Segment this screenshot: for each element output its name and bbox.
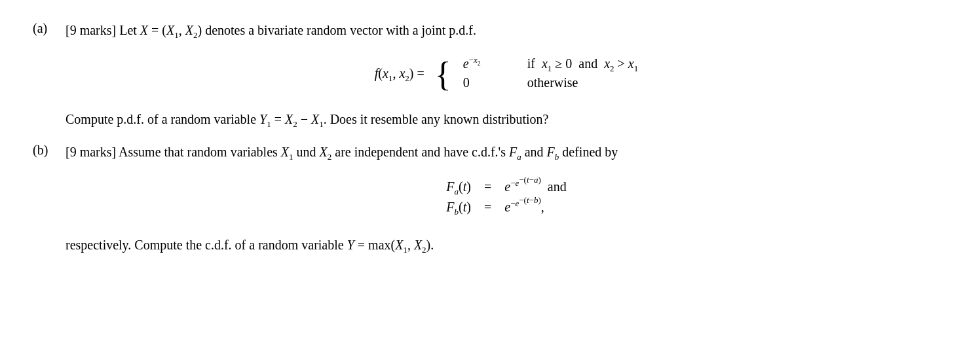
part-b-label: (b) <box>33 141 66 158</box>
part-b-body: [9 marks] Assume that random variables X… <box>66 141 947 255</box>
part-b-intro: [9 marks] Assume that random variables X… <box>66 141 947 162</box>
part-a-intro: [9 marks] Let X = (X1, X2) denotes a biv… <box>66 20 947 41</box>
fa-eq: = <box>476 177 499 197</box>
fa-rhs: e−e−(t−a) and <box>499 177 571 197</box>
piecewise-brace: { <box>435 58 451 92</box>
part-b: (b) [9 marks] Assume that random variabl… <box>33 141 947 255</box>
part-a: (a) [9 marks] Let X = (X1, X2) denotes a… <box>33 20 947 130</box>
fb-lhs: Fb(t) <box>441 197 476 217</box>
page-content: (a) [9 marks] Let X = (X1, X2) denotes a… <box>33 20 947 255</box>
part-a-followup: Compute p.d.f. of a random variable Y1 =… <box>66 109 947 130</box>
piecewise-case1: e−x2 if x1 ≥ 0 and x2 > x1 <box>463 56 639 71</box>
case2-value: 0 <box>463 75 516 90</box>
cdf-formulas: Fa(t) = e−e−(t−a) and Fb(t) = e−e <box>66 177 947 217</box>
piecewise-function: f(x1, x2) = { e−x2 if x1 ≥ 0 and x2 > x1 <box>66 56 947 90</box>
fb-eq: = <box>476 197 499 217</box>
piecewise-lhs: f(x1, x2) = <box>375 66 424 81</box>
part-b-followup: respectively. Compute the c.d.f. of a ra… <box>66 234 947 255</box>
formula-row-fa: Fa(t) = e−e−(t−a) and <box>441 177 571 197</box>
piecewise-case2: 0 otherwise <box>463 75 639 90</box>
piecewise-cases: e−x2 if x1 ≥ 0 and x2 > x1 0 otherwise <box>463 56 639 90</box>
part-a-marks: [9 marks] <box>66 23 116 37</box>
case1-value: e−x2 <box>463 56 516 71</box>
fb-rhs: e−e−(t−b), <box>499 197 571 217</box>
piecewise-expression: f(x1, x2) = { e−x2 if x1 ≥ 0 and x2 > x1 <box>375 56 638 90</box>
part-a-label: (a) <box>33 20 66 36</box>
part-a-body: [9 marks] Let X = (X1, X2) denotes a biv… <box>66 20 947 130</box>
part-b-marks: [9 marks] <box>66 145 116 159</box>
formula-table: Fa(t) = e−e−(t−a) and Fb(t) = e−e <box>441 177 571 217</box>
case2-condition: otherwise <box>527 75 578 90</box>
case1-condition: if x1 ≥ 0 and x2 > x1 <box>527 56 639 71</box>
formula-row-fb: Fb(t) = e−e−(t−b), <box>441 197 571 217</box>
fa-lhs: Fa(t) <box>441 177 476 197</box>
